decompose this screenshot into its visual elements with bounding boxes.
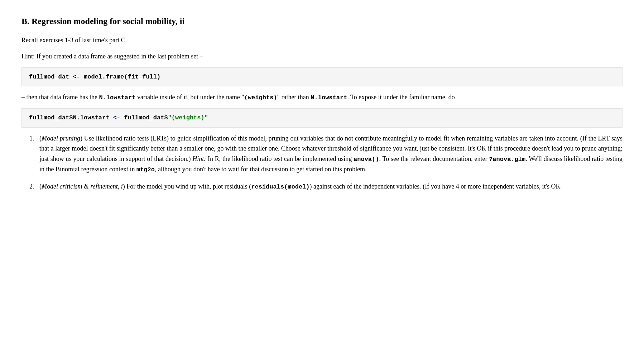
list-item-4: (Model pruning) Use likelihood ratio tes… <box>36 133 623 175</box>
page-title: B. Regression modeling for social mobili… <box>21 14 623 28</box>
mtg2o-code: mtg2o <box>136 166 155 173</box>
anova-glm-code: ?anova.glm <box>489 156 525 163</box>
anova-code: anova() <box>354 156 379 163</box>
n-lowstart-inline: N.lowstart <box>99 94 135 101</box>
item4-hint-label: Hint: <box>192 155 206 162</box>
second-code-block: fullmod_dat$N.lowstart <- fullmod_dat$"(… <box>21 108 623 127</box>
n-lowstart-inline2: N.lowstart <box>311 94 347 101</box>
first-code-text: fullmod_dat <- model.frame(fit_full) <box>29 73 160 80</box>
hint-intro-text: Hint: If you created a data frame as sug… <box>21 51 623 62</box>
second-code-arrow: <- <box>113 114 120 121</box>
item4-italic-label: Model pruning <box>42 135 80 142</box>
recall-text: Recall exercises 1-3 of last time's part… <box>21 35 623 46</box>
second-code-part1: fullmod_dat$N.lowstart <box>29 114 113 121</box>
exercise-list: (Model pruning) Use likelihood ratio tes… <box>36 133 623 192</box>
after-code-text: – then that data frame has the N.lowstar… <box>21 92 623 103</box>
second-code-part2: fullmod_dat$ <box>120 114 168 121</box>
weights-inline: (weights) <box>244 94 277 101</box>
list-item-5: (Model criticism & refinement, i) For th… <box>36 181 623 192</box>
residuals-code: residuals(model) <box>251 184 309 190</box>
first-code-block: fullmod_dat <- model.frame(fit_full) <box>21 67 623 86</box>
second-code-string: "(weights)" <box>168 114 208 121</box>
item5-italic-label: Model criticism & refinement, i <box>42 183 123 190</box>
